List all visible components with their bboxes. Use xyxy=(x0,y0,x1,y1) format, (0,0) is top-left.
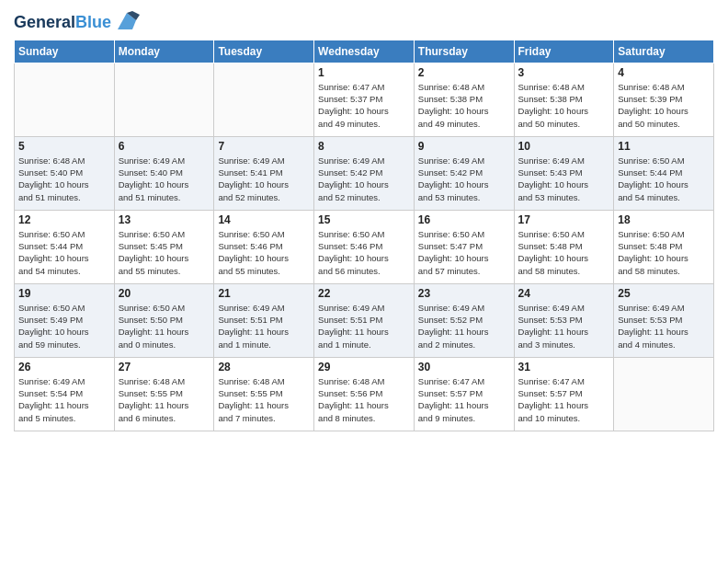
calendar-cell: 27Sunrise: 6:48 AM Sunset: 5:55 PM Dayli… xyxy=(114,357,214,431)
day-number: 24 xyxy=(518,287,610,300)
day-number: 18 xyxy=(618,213,710,226)
calendar-cell: 9Sunrise: 6:49 AM Sunset: 5:42 PM Daylig… xyxy=(414,136,514,210)
column-header-thursday: Thursday xyxy=(414,40,514,63)
day-number: 1 xyxy=(318,66,410,79)
day-number: 5 xyxy=(18,140,110,153)
day-info: Sunrise: 6:48 AM Sunset: 5:55 PM Dayligh… xyxy=(119,375,210,424)
logo-text: GeneralBlue xyxy=(14,14,111,32)
calendar-week-row: 12Sunrise: 6:50 AM Sunset: 5:44 PM Dayli… xyxy=(15,210,714,283)
calendar-cell: 26Sunrise: 6:49 AM Sunset: 5:54 PM Dayli… xyxy=(15,357,115,431)
day-number: 11 xyxy=(618,140,710,153)
day-info: Sunrise: 6:48 AM Sunset: 5:40 PM Dayligh… xyxy=(18,155,110,203)
column-header-friday: Friday xyxy=(514,40,614,63)
calendar-cell xyxy=(15,63,115,136)
calendar-cell: 23Sunrise: 6:49 AM Sunset: 5:52 PM Dayli… xyxy=(414,283,514,357)
day-number: 10 xyxy=(518,140,610,153)
day-info: Sunrise: 6:49 AM Sunset: 5:54 PM Dayligh… xyxy=(18,375,110,424)
calendar-cell: 31Sunrise: 6:47 AM Sunset: 5:57 PM Dayli… xyxy=(514,357,614,431)
calendar-cell: 3Sunrise: 6:48 AM Sunset: 5:38 PM Daylig… xyxy=(514,63,614,136)
day-number: 3 xyxy=(518,66,610,79)
day-info: Sunrise: 6:50 AM Sunset: 5:47 PM Dayligh… xyxy=(418,228,510,277)
day-info: Sunrise: 6:49 AM Sunset: 5:51 PM Dayligh… xyxy=(318,302,410,350)
calendar-cell: 22Sunrise: 6:49 AM Sunset: 5:51 PM Dayli… xyxy=(314,283,415,357)
day-info: Sunrise: 6:49 AM Sunset: 5:42 PM Dayligh… xyxy=(318,155,410,203)
day-info: Sunrise: 6:50 AM Sunset: 5:48 PM Dayligh… xyxy=(518,228,610,277)
calendar-week-row: 26Sunrise: 6:49 AM Sunset: 5:54 PM Dayli… xyxy=(15,357,714,431)
day-info: Sunrise: 6:48 AM Sunset: 5:56 PM Dayligh… xyxy=(318,375,410,424)
day-number: 26 xyxy=(18,361,110,373)
calendar-cell: 18Sunrise: 6:50 AM Sunset: 5:48 PM Dayli… xyxy=(614,210,714,283)
column-header-monday: Monday xyxy=(114,40,214,63)
day-info: Sunrise: 6:50 AM Sunset: 5:44 PM Dayligh… xyxy=(618,155,710,203)
page-header: GeneralBlue xyxy=(14,9,714,32)
day-info: Sunrise: 6:50 AM Sunset: 5:46 PM Dayligh… xyxy=(318,228,410,277)
calendar-cell: 21Sunrise: 6:49 AM Sunset: 5:51 PM Dayli… xyxy=(214,283,314,357)
day-info: Sunrise: 6:48 AM Sunset: 5:38 PM Dayligh… xyxy=(518,81,610,130)
calendar-cell: 19Sunrise: 6:50 AM Sunset: 5:49 PM Dayli… xyxy=(15,283,115,357)
day-info: Sunrise: 6:50 AM Sunset: 5:44 PM Dayligh… xyxy=(18,228,110,277)
day-number: 8 xyxy=(318,140,410,153)
calendar-cell: 1Sunrise: 6:47 AM Sunset: 5:37 PM Daylig… xyxy=(314,63,415,136)
day-number: 19 xyxy=(18,287,110,300)
day-number: 20 xyxy=(119,287,210,300)
day-info: Sunrise: 6:49 AM Sunset: 5:51 PM Dayligh… xyxy=(218,302,310,350)
calendar-cell xyxy=(214,63,314,136)
calendar-cell: 25Sunrise: 6:49 AM Sunset: 5:53 PM Dayli… xyxy=(614,283,714,357)
logo: GeneralBlue xyxy=(14,14,140,32)
day-number: 15 xyxy=(318,213,410,226)
column-header-sunday: Sunday xyxy=(15,40,115,63)
day-info: Sunrise: 6:48 AM Sunset: 5:38 PM Dayligh… xyxy=(418,81,510,130)
day-number: 25 xyxy=(618,287,710,300)
calendar-week-row: 5Sunrise: 6:48 AM Sunset: 5:40 PM Daylig… xyxy=(15,136,714,210)
calendar-cell xyxy=(614,357,714,431)
day-info: Sunrise: 6:50 AM Sunset: 5:50 PM Dayligh… xyxy=(119,302,210,350)
calendar-cell: 13Sunrise: 6:50 AM Sunset: 5:45 PM Dayli… xyxy=(114,210,214,283)
day-number: 13 xyxy=(119,213,210,226)
column-header-tuesday: Tuesday xyxy=(214,40,314,63)
day-info: Sunrise: 6:47 AM Sunset: 5:57 PM Dayligh… xyxy=(518,375,610,424)
day-info: Sunrise: 6:49 AM Sunset: 5:41 PM Dayligh… xyxy=(218,155,310,203)
day-info: Sunrise: 6:47 AM Sunset: 5:57 PM Dayligh… xyxy=(418,375,510,424)
column-header-saturday: Saturday xyxy=(614,40,714,63)
calendar-week-row: 19Sunrise: 6:50 AM Sunset: 5:49 PM Dayli… xyxy=(15,283,714,357)
day-number: 30 xyxy=(418,361,510,373)
calendar-cell: 2Sunrise: 6:48 AM Sunset: 5:38 PM Daylig… xyxy=(414,63,514,136)
day-number: 22 xyxy=(318,287,410,300)
day-number: 2 xyxy=(418,66,510,79)
calendar-cell: 29Sunrise: 6:48 AM Sunset: 5:56 PM Dayli… xyxy=(314,357,415,431)
calendar-header-row: SundayMondayTuesdayWednesdayThursdayFrid… xyxy=(15,40,714,63)
day-number: 21 xyxy=(218,287,310,300)
day-info: Sunrise: 6:49 AM Sunset: 5:42 PM Dayligh… xyxy=(418,155,510,203)
day-number: 29 xyxy=(318,361,410,373)
calendar-cell: 6Sunrise: 6:49 AM Sunset: 5:40 PM Daylig… xyxy=(114,136,214,210)
calendar-week-row: 1Sunrise: 6:47 AM Sunset: 5:37 PM Daylig… xyxy=(15,63,714,136)
calendar-cell: 8Sunrise: 6:49 AM Sunset: 5:42 PM Daylig… xyxy=(314,136,415,210)
calendar-cell: 20Sunrise: 6:50 AM Sunset: 5:50 PM Dayli… xyxy=(114,283,214,357)
day-info: Sunrise: 6:50 AM Sunset: 5:46 PM Dayligh… xyxy=(218,228,310,277)
calendar-cell: 30Sunrise: 6:47 AM Sunset: 5:57 PM Dayli… xyxy=(414,357,514,431)
day-info: Sunrise: 6:49 AM Sunset: 5:53 PM Dayligh… xyxy=(618,302,710,350)
day-info: Sunrise: 6:49 AM Sunset: 5:43 PM Dayligh… xyxy=(518,155,610,203)
day-info: Sunrise: 6:50 AM Sunset: 5:45 PM Dayligh… xyxy=(119,228,210,277)
page-container: GeneralBlue SundayMondayTuesdayWednesday… xyxy=(0,0,728,445)
day-info: Sunrise: 6:49 AM Sunset: 5:52 PM Dayligh… xyxy=(418,302,510,350)
day-number: 27 xyxy=(119,361,210,373)
day-number: 9 xyxy=(418,140,510,153)
day-info: Sunrise: 6:47 AM Sunset: 5:37 PM Dayligh… xyxy=(318,81,410,130)
calendar-cell: 15Sunrise: 6:50 AM Sunset: 5:46 PM Dayli… xyxy=(314,210,415,283)
calendar-cell: 12Sunrise: 6:50 AM Sunset: 5:44 PM Dayli… xyxy=(15,210,115,283)
day-info: Sunrise: 6:49 AM Sunset: 5:40 PM Dayligh… xyxy=(119,155,210,203)
calendar-cell: 17Sunrise: 6:50 AM Sunset: 5:48 PM Dayli… xyxy=(514,210,614,283)
day-number: 6 xyxy=(119,140,210,153)
calendar-cell: 10Sunrise: 6:49 AM Sunset: 5:43 PM Dayli… xyxy=(514,136,614,210)
day-number: 31 xyxy=(518,361,610,373)
calendar-cell: 24Sunrise: 6:49 AM Sunset: 5:53 PM Dayli… xyxy=(514,283,614,357)
logo-icon xyxy=(114,11,140,31)
day-number: 12 xyxy=(18,213,110,226)
day-number: 7 xyxy=(218,140,310,153)
day-info: Sunrise: 6:50 AM Sunset: 5:49 PM Dayligh… xyxy=(18,302,110,350)
calendar-table: SundayMondayTuesdayWednesdayThursdayFrid… xyxy=(14,40,714,431)
calendar-cell: 5Sunrise: 6:48 AM Sunset: 5:40 PM Daylig… xyxy=(15,136,115,210)
day-number: 17 xyxy=(518,213,610,226)
day-number: 14 xyxy=(218,213,310,226)
